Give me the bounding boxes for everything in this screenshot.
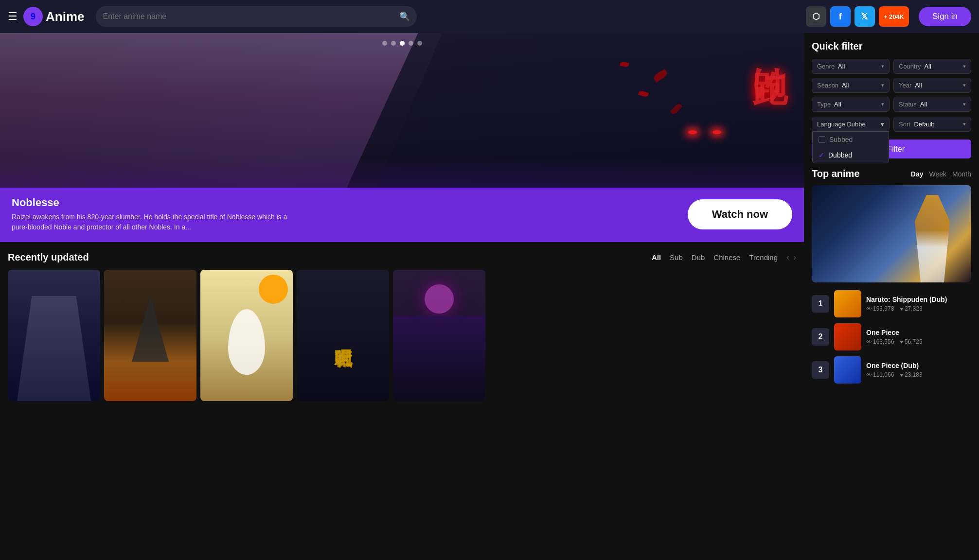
top-anime-info: One Piece 👁 163,556 ♥ 56,725 (866, 329, 971, 345)
eye-icon: 👁 (866, 306, 872, 312)
top-anime-item[interactable]: 2 One Piece 👁 163,556 ♥ 56,725 (812, 323, 971, 350)
language-dropdown: Language Dubbe ▾ Subbed ✓ Dubbed (812, 117, 890, 132)
hero-dot-1[interactable] (382, 41, 387, 46)
rank-badge-3: 3 (812, 361, 829, 379)
facebook-button[interactable]: f (830, 6, 851, 27)
right-sidebar: Quick filter Genre All ▾ Country All ▾ S… (804, 33, 979, 411)
anime-grid: 呪術廻戦 (0, 270, 804, 411)
arrow-prev[interactable]: ‹ (786, 252, 789, 262)
heart-icon: ♥ (900, 306, 903, 312)
lang-option-subbed[interactable]: Subbed (813, 132, 889, 147)
anime-card[interactable]: 呪術廻戦 (297, 270, 389, 401)
top-anime-info: Naruto: Shippuden (Dub) 👁 193,978 ♥ 27,3… (866, 296, 971, 312)
hero-info-bar: Noblesse Raizel awakens from his 820-yea… (0, 188, 804, 242)
filter-tab-dub[interactable]: Dub (692, 253, 705, 262)
top-anime-title: Top anime (812, 168, 903, 179)
sort-filter[interactable]: Sort Default ▾ (893, 117, 971, 132)
hero-dot-3[interactable] (400, 41, 405, 46)
top-anime-name: Naruto: Shippuden (Dub) (866, 296, 971, 303)
reddit-button[interactable]: + 204K (879, 6, 909, 27)
top-anime-item[interactable]: 3 One Piece (Dub) 👁 111,066 ♥ 23,183 (812, 356, 971, 384)
likes-stat: ♥ 23,183 (900, 371, 922, 378)
hero-title: Noblesse (12, 196, 303, 209)
dubbed-check-icon: ✓ (819, 151, 824, 159)
top-anime-item[interactable]: 1 Naruto: Shippuden (Dub) 👁 193,978 ♥ 27… (812, 290, 971, 317)
logo[interactable]: 9 Anime (23, 7, 84, 26)
hero-description: Raizel awakens from his 820-year slumber… (12, 212, 303, 232)
hero-dot-4[interactable] (409, 41, 413, 46)
eye-icon: 👁 (866, 372, 872, 378)
filter-tab-all[interactable]: All (652, 253, 661, 262)
year-filter[interactable]: Year All ▾ (893, 78, 971, 93)
rank-badge-1: 1 (812, 295, 829, 313)
arrow-next[interactable]: › (793, 252, 796, 262)
thumb-naruto (834, 290, 861, 317)
top-anime-stats: 👁 111,066 ♥ 23,183 (866, 371, 971, 378)
social-buttons: ⬡ f 𝕏 + 204K (806, 6, 909, 27)
logo-text: Anime (46, 9, 84, 24)
likes-stat: ♥ 56,725 (900, 338, 922, 345)
discord-icon: ⬡ (812, 11, 820, 22)
content-area: 跑け。 Noblesse Raizel awakens (0, 33, 804, 411)
thumb-one-piece (834, 323, 861, 350)
time-tab-week[interactable]: Week (929, 170, 947, 178)
hamburger-menu[interactable]: ☰ (8, 10, 18, 23)
time-tab-month[interactable]: Month (952, 170, 971, 178)
views-stat: 👁 193,978 (866, 305, 894, 312)
language-options: Subbed ✓ Dubbed (812, 131, 889, 163)
search-input[interactable] (103, 12, 399, 21)
anime-card[interactable] (200, 270, 293, 401)
main-layout: 跑け。 Noblesse Raizel awakens (0, 33, 979, 411)
top-anime-info: One Piece (Dub) 👁 111,066 ♥ 23,183 (866, 362, 971, 378)
signin-button[interactable]: Sign in (919, 7, 971, 26)
subbed-checkbox (819, 136, 825, 143)
filter-arrows: ‹ › (786, 252, 796, 262)
quick-filter-title: Quick filter (812, 41, 971, 52)
anime-card[interactable] (104, 270, 196, 401)
type-filter[interactable]: Type All ▾ (812, 97, 890, 112)
hero-text: Noblesse Raizel awakens from his 820-yea… (12, 196, 303, 232)
heart-icon: ♥ (900, 372, 903, 378)
eye-icon: 👁 (866, 339, 872, 345)
views-stat: 👁 111,066 (866, 371, 894, 378)
anime-card[interactable] (393, 270, 485, 401)
anime-card[interactable] (8, 270, 100, 401)
filter-tab-sub[interactable]: Sub (670, 253, 683, 262)
navbar: ☰ 9 Anime 🔍 ⬡ f 𝕏 + 204K Sign in (0, 0, 979, 33)
country-filter[interactable]: Country All ▾ (893, 59, 971, 74)
top-anime-name: One Piece (Dub) (866, 362, 971, 369)
views-stat: 👁 163,556 (866, 338, 894, 345)
top-anime-name: One Piece (866, 329, 971, 336)
language-select[interactable]: Language Dubbe ▾ (812, 117, 889, 131)
discord-button[interactable]: ⬡ (806, 6, 826, 27)
facebook-icon: f (839, 12, 842, 22)
season-filter[interactable]: Season All ▾ (812, 78, 890, 93)
genre-filter[interactable]: Genre All ▾ (812, 59, 890, 74)
top-anime-stats: 👁 163,556 ♥ 56,725 (866, 338, 971, 345)
heart-icon: ♥ (900, 339, 903, 345)
likes-stat: ♥ 27,323 (900, 305, 922, 312)
top-anime-header: Top anime Day Week Month (812, 168, 971, 179)
time-tab-day[interactable]: Day (911, 170, 924, 178)
top-anime-banner (812, 185, 971, 282)
filter-tab-chinese[interactable]: Chinese (713, 253, 740, 262)
logo-icon: 9 (23, 7, 43, 26)
search-icon[interactable]: 🔍 (399, 11, 410, 22)
hero-dot-2[interactable] (391, 41, 396, 46)
recently-updated-title: Recently updated (8, 252, 89, 263)
filter-tabs: All Sub Dub Chinese Trending ‹ › (652, 252, 796, 262)
hero-dots (382, 41, 422, 46)
status-filter[interactable]: Status All ▾ (893, 97, 971, 112)
reddit-label: + 204K (884, 13, 904, 20)
hero-banner: 跑け。 Noblesse Raizel awakens (0, 33, 804, 242)
hero-dot-5[interactable] (417, 41, 422, 46)
top-anime-banner-image (812, 185, 971, 282)
watch-now-button[interactable]: Watch now (688, 199, 792, 229)
language-filter[interactable]: Language Dubbe ▾ Subbed ✓ Dubbed (812, 117, 890, 132)
twitter-button[interactable]: 𝕏 (854, 6, 875, 27)
lang-option-dubbed[interactable]: ✓ Dubbed (813, 147, 889, 163)
time-tabs: Day Week Month (911, 170, 971, 178)
filter-tab-trending[interactable]: Trending (749, 253, 778, 262)
search-bar: 🔍 (96, 6, 417, 27)
twitter-icon: 𝕏 (861, 11, 868, 22)
